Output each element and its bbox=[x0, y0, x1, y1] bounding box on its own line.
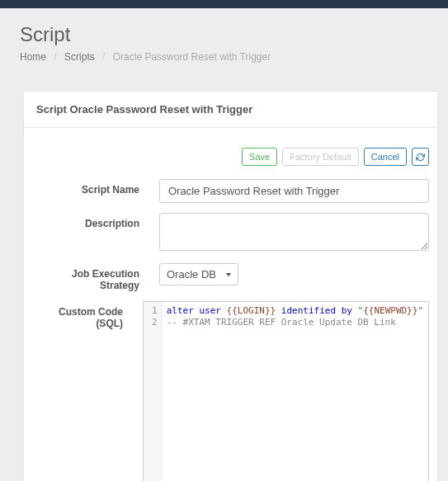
code-keyword: by bbox=[342, 305, 352, 316]
refresh-button[interactable] bbox=[412, 148, 429, 166]
action-bar: Save Factory Default Cancel bbox=[24, 128, 437, 174]
code-content[interactable]: alter user {{LOGIN}} identified by "{{NE… bbox=[162, 302, 428, 481]
breadcrumb-separator: / bbox=[54, 51, 56, 63]
breadcrumb-separator: / bbox=[102, 51, 105, 63]
page-title: Script bbox=[20, 23, 428, 46]
label-description: Description bbox=[32, 213, 139, 229]
label-strategy: Job Execution Strategy bbox=[32, 263, 139, 291]
code-keyword: identified bbox=[281, 305, 336, 316]
code-keyword: user bbox=[199, 305, 221, 316]
code-keyword: alter bbox=[167, 305, 194, 316]
label-custom-code: Custom Code (SQL) bbox=[32, 301, 123, 329]
strategy-select[interactable]: Oracle DB bbox=[159, 263, 238, 285]
code-comment: -- #XTAM TRIGGER REF Oracle Update DB Li… bbox=[167, 317, 396, 328]
factory-default-button: Factory Default bbox=[282, 148, 359, 166]
breadcrumb-current: Oracle Password Reset with Trigger bbox=[113, 51, 271, 63]
cancel-button[interactable]: Cancel bbox=[364, 148, 407, 166]
top-bar bbox=[0, 0, 448, 8]
refresh-icon bbox=[416, 153, 425, 162]
panel-title: Script Oracle Password Reset with Trigge… bbox=[24, 92, 437, 128]
breadcrumb: Home / Scripts / Oracle Password Reset w… bbox=[20, 51, 428, 63]
code-gutter: 1 2 bbox=[144, 302, 162, 481]
breadcrumb-home[interactable]: Home bbox=[20, 51, 46, 63]
page-header: Script Home / Scripts / Oracle Password … bbox=[0, 8, 448, 74]
script-panel: Script Oracle Password Reset with Trigge… bbox=[23, 91, 438, 481]
label-script-name: Script Name bbox=[32, 179, 139, 196]
line-number: 1 bbox=[152, 305, 158, 317]
line-number: 2 bbox=[152, 317, 158, 328]
code-quote: " bbox=[417, 305, 423, 316]
script-name-input[interactable] bbox=[159, 179, 429, 203]
breadcrumb-scripts[interactable]: Scripts bbox=[64, 51, 95, 63]
code-template: {{NEWPWD}} bbox=[363, 305, 417, 316]
save-button[interactable]: Save bbox=[242, 148, 277, 166]
code-editor[interactable]: 1 2 alter user {{LOGIN}} identified by "… bbox=[143, 301, 429, 481]
code-template: {{LOGIN}} bbox=[227, 305, 276, 316]
description-textarea[interactable] bbox=[159, 213, 429, 251]
